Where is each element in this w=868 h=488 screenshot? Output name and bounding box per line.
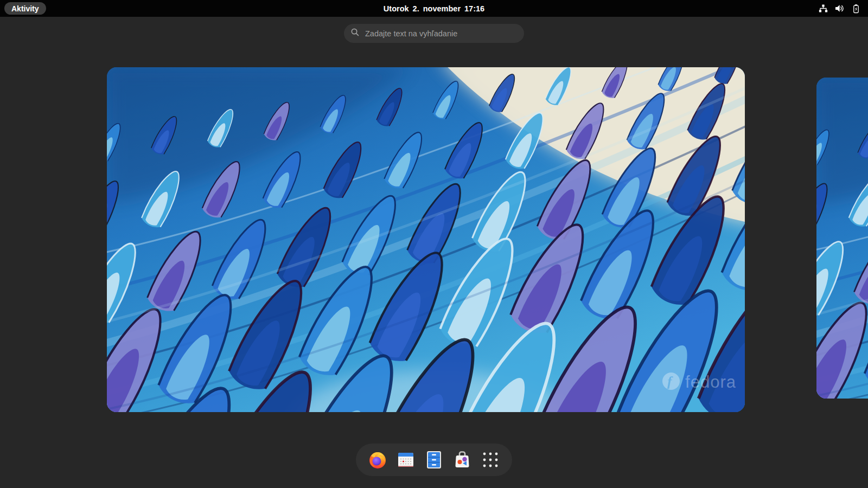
volume-high-icon	[835, 4, 845, 13]
app-grid-icon	[482, 452, 499, 468]
calendar-icon	[397, 451, 414, 468]
battery-charging-icon	[852, 4, 860, 14]
system-status-area[interactable]	[819, 0, 860, 17]
dock	[356, 444, 512, 476]
activities-label: Aktivity	[11, 4, 39, 13]
search-bar[interactable]	[344, 24, 524, 43]
search-input[interactable]	[364, 29, 520, 38]
workspace-preview-current[interactable]: f fedora	[107, 67, 745, 412]
dock-software-button[interactable]	[452, 450, 472, 470]
clock-label: Utorok 2. november 17:16	[384, 4, 484, 13]
dock-calendar-button[interactable]	[396, 450, 416, 470]
firefox-icon	[368, 451, 387, 469]
dock-app-grid-button[interactable]	[481, 450, 500, 470]
wallpaper-image	[816, 78, 868, 399]
dock-files-button[interactable]	[424, 450, 444, 470]
dock-firefox-button[interactable]	[368, 450, 387, 470]
files-icon	[427, 451, 441, 468]
network-wired-icon	[819, 4, 828, 13]
gnome-activities-overview: { "topbar": { "activities_label": "Aktiv…	[0, 0, 868, 488]
wallpaper-image	[107, 67, 745, 412]
search-icon	[350, 28, 360, 39]
activities-button[interactable]: Aktivity	[4, 2, 46, 15]
software-icon	[454, 451, 471, 469]
clock-button[interactable]: Utorok 2. november 17:16	[384, 0, 484, 17]
top-bar: Aktivity Utorok 2. november 17:16	[0, 0, 868, 17]
workspace-preview-next[interactable]	[816, 78, 868, 399]
